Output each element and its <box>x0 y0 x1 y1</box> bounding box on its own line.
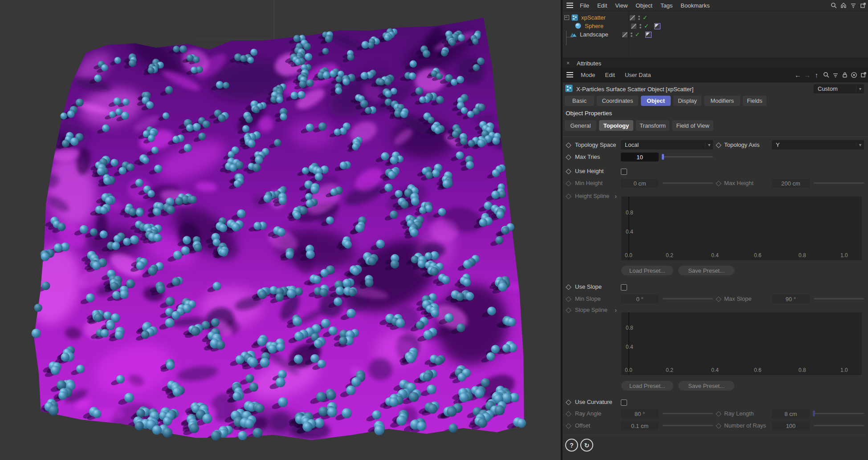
tab-fields[interactable]: Fields <box>743 96 766 106</box>
object-name[interactable]: xpScatter <box>581 14 606 21</box>
forward-arrow-icon[interactable]: → <box>803 71 812 79</box>
phong-tag-icon[interactable] <box>654 23 660 29</box>
search-icon[interactable] <box>821 71 831 79</box>
max-slope-slider[interactable] <box>814 298 864 299</box>
tree-row-landscape[interactable]: Landscape ✓ <box>562 30 868 39</box>
min-slope-input[interactable]: 0 ° <box>621 295 659 303</box>
number-of-rays-input[interactable]: 100 <box>772 421 810 430</box>
keyframe-diamond-icon[interactable] <box>566 411 571 417</box>
number-of-rays-slider[interactable] <box>814 425 864 426</box>
hamburger-menu-icon[interactable] <box>566 5 573 6</box>
keyframe-diamond-icon[interactable] <box>716 411 721 417</box>
max-slope-input[interactable]: 90 ° <box>772 295 810 303</box>
subtab-general[interactable]: General <box>565 120 596 131</box>
offset-slider[interactable] <box>663 425 713 426</box>
save-preset-button[interactable]: Save Preset... <box>678 381 734 391</box>
keyframe-diamond-icon[interactable] <box>566 423 571 429</box>
keyframe-diamond-icon[interactable] <box>716 142 721 148</box>
chevron-right-icon[interactable]: › <box>615 304 617 316</box>
chevron-right-icon[interactable]: › <box>615 190 617 202</box>
edit-menu[interactable]: Edit <box>600 72 620 78</box>
subtab-field-of-view[interactable]: Field of View <box>672 120 713 131</box>
keyframe-diamond-icon[interactable] <box>566 154 571 160</box>
enabled-check-icon[interactable]: ✓ <box>644 23 649 29</box>
tab-modifiers[interactable]: Modifiers <box>704 96 740 106</box>
tab-coordinates[interactable]: Coordinates <box>597 96 638 106</box>
preset-dropdown[interactable]: Custom ▾ <box>814 84 864 93</box>
history-target-icon[interactable] <box>849 71 859 79</box>
close-icon[interactable]: × <box>566 60 570 66</box>
save-preset-button[interactable]: Save Preset... <box>678 266 734 275</box>
back-arrow-icon[interactable]: ← <box>793 71 803 79</box>
ray-length-slider[interactable] <box>814 413 864 414</box>
topology-space-dropdown[interactable]: Local ▾ <box>621 140 713 149</box>
visibility-dots-icon[interactable] <box>640 24 641 28</box>
menu-object[interactable]: Object <box>632 2 656 9</box>
subtab-transform[interactable]: Transform <box>636 120 669 131</box>
offset-input[interactable]: 0.1 cm <box>621 421 659 430</box>
max-tries-input[interactable]: 10 <box>621 153 659 161</box>
use-curvature-checkbox[interactable] <box>621 399 627 406</box>
enabled-check-icon[interactable]: ✓ <box>643 14 648 21</box>
landscape-object-icon[interactable] <box>570 31 577 38</box>
keyframe-diamond-icon[interactable] <box>566 296 571 302</box>
min-slope-slider[interactable] <box>663 298 713 299</box>
subtab-topology[interactable]: Topology <box>599 120 633 131</box>
min-height-input[interactable]: 0 cm <box>621 179 659 188</box>
load-preset-button[interactable]: Load Preset... <box>621 381 673 391</box>
visibility-dots-icon[interactable] <box>631 32 632 37</box>
viewport-3d[interactable] <box>0 0 562 460</box>
keyframe-diamond-icon[interactable] <box>566 194 571 199</box>
refresh-button[interactable]: ↻ <box>580 439 593 452</box>
phong-tag-icon[interactable] <box>645 32 652 38</box>
keyframe-diamond-icon[interactable] <box>716 296 721 302</box>
home-icon[interactable] <box>839 2 848 9</box>
search-icon[interactable] <box>829 2 839 9</box>
tab-object[interactable]: Object <box>641 96 671 106</box>
keyframe-diamond-icon[interactable] <box>566 169 571 174</box>
keyframe-diamond-icon[interactable] <box>566 181 571 186</box>
keyframe-diamond-icon[interactable] <box>716 423 721 429</box>
filter-icon[interactable] <box>831 71 840 79</box>
tab-display[interactable]: Display <box>673 96 701 106</box>
menu-file[interactable]: File <box>576 2 593 9</box>
xpscatter-object-icon[interactable] <box>571 14 578 21</box>
tree-row-xpscatter[interactable]: xpScatter ✓ <box>562 13 868 22</box>
min-height-slider[interactable] <box>663 182 713 184</box>
filter-icon[interactable] <box>848 2 858 9</box>
visibility-toggle-icon[interactable] <box>622 32 628 37</box>
object-name[interactable]: Sphere <box>585 23 603 29</box>
popout-window-icon[interactable] <box>859 71 868 79</box>
topology-axis-dropdown[interactable]: Y ▾ <box>772 140 864 149</box>
tab-basic[interactable]: Basic <box>565 96 594 106</box>
keyframe-diamond-icon[interactable] <box>716 181 721 186</box>
use-height-checkbox[interactable] <box>621 169 627 175</box>
help-button[interactable]: ? <box>565 439 578 452</box>
enabled-check-icon[interactable]: ✓ <box>635 31 640 38</box>
up-arrow-icon[interactable]: ↑ <box>812 71 821 79</box>
lock-icon[interactable] <box>840 71 849 79</box>
slope-spline-graph[interactable]: 0.8 0.4 0.0 0.2 0.4 0.6 0.8 1.0 <box>621 312 862 375</box>
max-height-input[interactable]: 200 cm <box>772 179 810 188</box>
menu-edit[interactable]: Edit <box>593 2 611 9</box>
collapse-icon[interactable] <box>564 15 569 20</box>
max-tries-slider[interactable] <box>663 156 713 157</box>
mode-menu[interactable]: Mode <box>576 72 600 78</box>
keyframe-diamond-icon[interactable] <box>566 399 571 405</box>
use-slope-checkbox[interactable] <box>621 284 627 291</box>
ray-angle-slider[interactable] <box>663 413 713 414</box>
menu-bookmarks[interactable]: Bookmarks <box>676 2 713 9</box>
keyframe-diamond-icon[interactable] <box>566 307 571 313</box>
sphere-object-icon[interactable] <box>575 23 582 29</box>
visibility-toggle-icon[interactable] <box>630 15 635 20</box>
visibility-dots-icon[interactable] <box>638 16 640 20</box>
max-height-slider[interactable] <box>814 182 864 184</box>
visibility-toggle-icon[interactable] <box>631 24 636 29</box>
menu-view[interactable]: View <box>611 2 632 9</box>
menu-tags[interactable]: Tags <box>656 2 676 9</box>
object-name[interactable]: Landscape <box>580 31 608 38</box>
attributes-panel-header[interactable]: × Attributes <box>562 58 868 68</box>
tree-row-sphere[interactable]: Sphere ✓ <box>562 22 868 30</box>
ray-length-input[interactable]: 8 cm <box>772 409 810 418</box>
hamburger-menu-icon[interactable] <box>566 74 573 75</box>
